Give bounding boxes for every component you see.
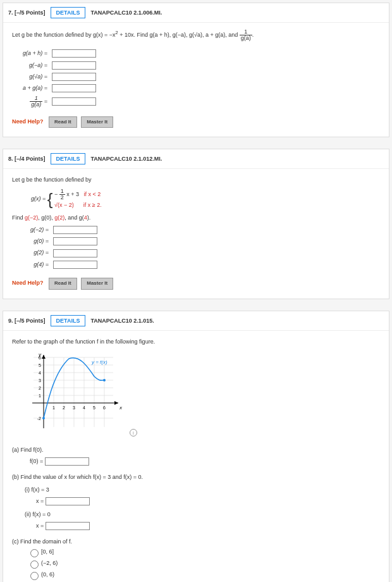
master-it-button[interactable]: Master It <box>81 278 113 290</box>
svg-text:-2: -2 <box>37 416 41 421</box>
input-gn2[interactable] <box>53 226 97 234</box>
piecewise-def: g(x) = { − 12 x + 3 if x < 2 √(x − 2) if… <box>31 189 380 209</box>
svg-text:y: y <box>38 352 42 357</box>
label-gah: g(a + h) = <box>12 49 47 58</box>
svg-marker-17 <box>114 401 118 405</box>
details-button[interactable]: DETAILS <box>51 315 86 326</box>
label-gn2: g(−2) = <box>21 225 49 234</box>
question-header: 8. [–/4 Points] DETAILS TANAPCALC10 2.1.… <box>3 149 389 169</box>
details-button[interactable]: DETAILS <box>51 7 86 18</box>
info-icon[interactable]: i <box>130 429 137 436</box>
need-help: Need Help? Read It Master It <box>12 116 380 128</box>
prompt: Let g be the function defined by <box>12 175 380 184</box>
opt-label: (0, 6) <box>41 571 54 578</box>
question-7: 7. [–/5 Points] DETAILS TANAPCALC10 2.1.… <box>3 3 389 137</box>
radio-c-1[interactable] <box>30 560 39 569</box>
label-g0: g(0) = <box>21 237 49 245</box>
radio-c-2[interactable] <box>30 572 39 580</box>
question-body: Let g be the function defined by g(x) = … <box>3 169 389 299</box>
svg-text:6: 6 <box>103 406 106 410</box>
part-b: (b) Find the value of x for which f(x) =… <box>12 473 380 481</box>
input-f0[interactable] <box>45 457 89 466</box>
svg-text:2: 2 <box>63 406 65 410</box>
need-help: Need Help? Read It Master It <box>12 278 380 290</box>
svg-marker-18 <box>42 355 46 359</box>
part-b-i: (i) f(x) = 3 <box>25 485 380 494</box>
input-g0[interactable] <box>53 237 97 245</box>
find-text: Find g(−2), g(0), g(2), and g(4). <box>12 213 380 222</box>
label-bi-x: x = <box>36 498 44 504</box>
svg-text:5: 5 <box>39 363 41 368</box>
input-g2[interactable] <box>53 249 97 257</box>
input-g4[interactable] <box>53 261 97 269</box>
label-1ga: 1g(a) = <box>12 96 47 108</box>
question-header: 7. [–/5 Points] DETAILS TANAPCALC10 2.1.… <box>3 3 389 23</box>
label-gna: g(−a) = <box>12 61 47 70</box>
svg-text:2: 2 <box>39 386 41 390</box>
question-8: 8. [–/4 Points] DETAILS TANAPCALC10 2.1.… <box>3 149 389 299</box>
need-help-label: Need Help? <box>12 118 44 125</box>
question-source: TANAPCALC10 2.1.015. <box>90 318 154 324</box>
read-it-button[interactable]: Read It <box>49 116 77 128</box>
input-gna[interactable] <box>52 61 96 70</box>
svg-text:y = f(x): y = f(x) <box>91 359 107 365</box>
question-header: 9. [–/5 Points] DETAILS TANAPCALC10 2.1.… <box>3 311 389 331</box>
svg-text:x: x <box>119 405 123 411</box>
part-c: (c) Find the domain of f. <box>12 537 380 546</box>
input-bii-x[interactable] <box>46 522 90 530</box>
opt-label: (−2, 6) <box>41 560 58 566</box>
svg-text:3: 3 <box>73 406 75 410</box>
label-f0: f(0) = <box>30 458 43 464</box>
radio-c-0[interactable] <box>30 549 39 557</box>
svg-text:5: 5 <box>93 406 95 410</box>
question-source: TANAPCALC10 2.1.006.MI. <box>90 9 162 16</box>
details-button[interactable]: DETAILS <box>51 153 86 164</box>
input-gsa[interactable] <box>52 73 96 81</box>
input-bi-x[interactable] <box>46 497 90 505</box>
question-9: 9. [–/5 Points] DETAILS TANAPCALC10 2.1.… <box>3 311 389 582</box>
svg-point-35 <box>103 379 106 381</box>
question-number: 7. [–/5 Points] <box>8 9 46 16</box>
graph-figure: 123456 123456 -2 x y y = f(x) i <box>25 351 380 437</box>
label-aga: a + g(a) = <box>12 84 47 92</box>
svg-text:1: 1 <box>52 406 55 410</box>
question-body: Let g be the function defined by g(x) = … <box>3 23 389 137</box>
input-aga[interactable] <box>52 84 96 92</box>
read-it-button[interactable]: Read It <box>49 278 77 290</box>
graph-svg: 123456 123456 -2 x y y = f(x) <box>25 351 138 440</box>
question-body: Refer to the graph of the function f in … <box>3 331 389 582</box>
prompt: Let g be the function defined by g(x) = … <box>12 29 380 41</box>
question-number: 8. [–/4 Points] <box>8 156 46 162</box>
svg-point-34 <box>42 417 45 419</box>
question-number: 9. [–/5 Points] <box>8 318 46 324</box>
opt-label: [0, 6] <box>41 548 54 555</box>
label-bii-x: x = <box>36 523 44 529</box>
part-a: (a) Find f(0). <box>12 445 380 454</box>
label-gsa: g(√a) = <box>12 72 47 81</box>
question-source: TANAPCALC10 2.1.012.MI. <box>90 156 162 162</box>
svg-text:3: 3 <box>39 378 41 383</box>
input-1ga[interactable] <box>52 97 96 106</box>
label-g4: g(4) = <box>21 260 49 269</box>
svg-text:4: 4 <box>39 371 41 375</box>
label-g2: g(2) = <box>21 248 49 257</box>
svg-text:4: 4 <box>83 406 85 410</box>
prompt: Refer to the graph of the function f in … <box>12 337 380 346</box>
part-b-ii: (ii) f(x) = 0 <box>25 510 380 519</box>
master-it-button[interactable]: Master It <box>81 116 113 128</box>
need-help-label: Need Help? <box>12 280 44 286</box>
svg-text:1: 1 <box>39 393 41 398</box>
input-gah[interactable] <box>52 49 96 58</box>
